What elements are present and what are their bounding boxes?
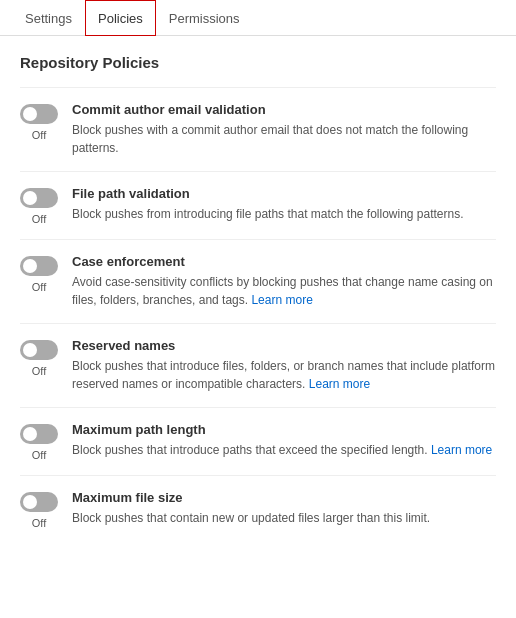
policy-name-case-enforcement: Case enforcement — [72, 254, 496, 269]
tab-settings-label: Settings — [25, 11, 72, 26]
toggle-thumb-file-path — [23, 191, 37, 205]
tab-policies[interactable]: Policies — [85, 0, 156, 36]
tab-permissions[interactable]: Permissions — [156, 0, 253, 36]
page-title: Repository Policies — [20, 54, 496, 71]
toggle-thumb-case-enforcement — [23, 259, 37, 273]
tab-bar: Settings Policies Permissions — [0, 0, 516, 36]
toggle-file-path[interactable] — [20, 188, 58, 208]
policy-desc-case-enforcement: Avoid case-sensitivity conflicts by bloc… — [72, 273, 496, 309]
tab-permissions-label: Permissions — [169, 11, 240, 26]
toggle-area-case-enforcement: Off — [20, 254, 58, 293]
toggle-area-max-file-size: Off — [20, 490, 58, 529]
policy-row-case-enforcement: OffCase enforcementAvoid case-sensitivit… — [20, 239, 496, 323]
policy-info-max-file-size: Maximum file sizeBlock pushes that conta… — [72, 490, 496, 527]
policy-row-reserved-names: OffReserved namesBlock pushes that intro… — [20, 323, 496, 407]
policy-link-max-path-length[interactable]: Learn more — [431, 443, 492, 457]
toggle-thumb-commit-email — [23, 107, 37, 121]
toggle-label-file-path: Off — [32, 213, 46, 225]
toggle-area-max-path-length: Off — [20, 422, 58, 461]
toggle-thumb-reserved-names — [23, 343, 37, 357]
toggle-label-case-enforcement: Off — [32, 281, 46, 293]
policy-row-file-path: OffFile path validationBlock pushes from… — [20, 171, 496, 239]
policy-name-max-path-length: Maximum path length — [72, 422, 496, 437]
policy-name-commit-email: Commit author email validation — [72, 102, 496, 117]
toggle-area-file-path: Off — [20, 186, 58, 225]
toggle-label-max-path-length: Off — [32, 449, 46, 461]
policy-desc-max-path-length: Block pushes that introduce paths that e… — [72, 441, 496, 459]
toggle-thumb-max-file-size — [23, 495, 37, 509]
policy-info-max-path-length: Maximum path lengthBlock pushes that int… — [72, 422, 496, 459]
policy-link-reserved-names[interactable]: Learn more — [309, 377, 370, 391]
policy-info-commit-email: Commit author email validationBlock push… — [72, 102, 496, 157]
main-content: Repository Policies OffCommit author ema… — [0, 36, 516, 561]
tab-settings[interactable]: Settings — [12, 0, 85, 36]
policy-row-commit-email: OffCommit author email validationBlock p… — [20, 87, 496, 171]
toggle-max-path-length[interactable] — [20, 424, 58, 444]
toggle-area-commit-email: Off — [20, 102, 58, 141]
toggle-label-max-file-size: Off — [32, 517, 46, 529]
toggle-label-reserved-names: Off — [32, 365, 46, 377]
policy-desc-file-path: Block pushes from introducing file paths… — [72, 205, 496, 223]
policy-row-max-path-length: OffMaximum path lengthBlock pushes that … — [20, 407, 496, 475]
toggle-area-reserved-names: Off — [20, 338, 58, 377]
toggle-label-commit-email: Off — [32, 129, 46, 141]
toggle-commit-email[interactable] — [20, 104, 58, 124]
toggle-case-enforcement[interactable] — [20, 256, 58, 276]
policy-info-file-path: File path validationBlock pushes from in… — [72, 186, 496, 223]
toggle-reserved-names[interactable] — [20, 340, 58, 360]
policy-info-case-enforcement: Case enforcementAvoid case-sensitivity c… — [72, 254, 496, 309]
policy-row-max-file-size: OffMaximum file sizeBlock pushes that co… — [20, 475, 496, 543]
policy-info-reserved-names: Reserved namesBlock pushes that introduc… — [72, 338, 496, 393]
policy-name-file-path: File path validation — [72, 186, 496, 201]
policy-name-reserved-names: Reserved names — [72, 338, 496, 353]
policy-desc-reserved-names: Block pushes that introduce files, folde… — [72, 357, 496, 393]
toggle-thumb-max-path-length — [23, 427, 37, 441]
policy-desc-max-file-size: Block pushes that contain new or updated… — [72, 509, 496, 527]
toggle-max-file-size[interactable] — [20, 492, 58, 512]
policy-name-max-file-size: Maximum file size — [72, 490, 496, 505]
policy-list: OffCommit author email validationBlock p… — [20, 87, 496, 543]
policy-desc-commit-email: Block pushes with a commit author email … — [72, 121, 496, 157]
tab-policies-label: Policies — [98, 11, 143, 26]
policy-link-case-enforcement[interactable]: Learn more — [251, 293, 312, 307]
